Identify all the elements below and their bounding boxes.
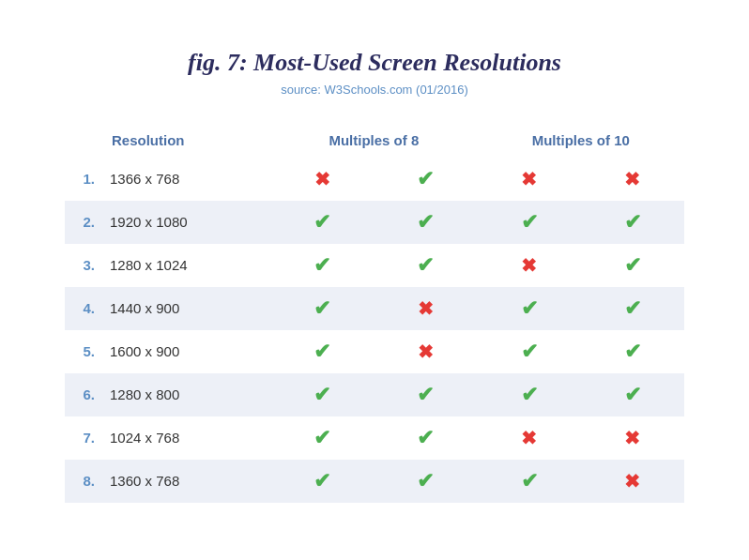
check-icon: ✔	[417, 210, 434, 235]
check-icon: ✔	[417, 469, 434, 493]
mult10-width: ✔	[478, 201, 581, 244]
resolutions-table: Resolution Multiples of 8 Multiples of 1…	[65, 125, 684, 503]
mult8-height: ✔	[374, 158, 477, 201]
cross-icon: ✖	[624, 427, 640, 449]
mult8-width: ✔	[270, 460, 374, 503]
resolution-value: 1440 x 900	[102, 287, 270, 330]
check-icon: ✔	[624, 210, 641, 235]
check-icon: ✔	[521, 383, 538, 407]
header-multiples8: Multiples of 8	[270, 125, 477, 158]
check-icon: ✔	[313, 469, 330, 493]
table-row: 5.1600 x 900✔✖✔✔	[65, 330, 684, 373]
check-icon: ✔	[624, 383, 641, 407]
mult8-width: ✖	[270, 158, 374, 201]
mult10-height: ✔	[581, 330, 684, 373]
check-icon: ✔	[624, 296, 641, 321]
check-icon: ✔	[417, 167, 434, 191]
cross-icon: ✖	[624, 470, 640, 492]
page-title: fig. 7: Most-Used Screen Resolutions	[65, 49, 684, 77]
resolution-value: 1360 x 768	[102, 460, 270, 503]
resolution-value: 1280 x 1024	[102, 244, 270, 287]
mult10-height: ✔	[581, 373, 684, 416]
mult8-width: ✔	[270, 416, 374, 460]
mult10-height: ✖	[581, 416, 684, 460]
cross-icon: ✖	[418, 341, 434, 363]
mult10-height: ✖	[581, 460, 684, 503]
cross-icon: ✖	[624, 168, 640, 190]
mult8-width: ✔	[270, 244, 374, 287]
mult10-width: ✔	[478, 460, 581, 503]
check-icon: ✔	[313, 210, 330, 235]
mult8-width: ✔	[270, 287, 374, 330]
row-number: 1.	[65, 158, 102, 201]
row-number: 8.	[65, 460, 102, 503]
mult8-height: ✔	[374, 416, 477, 460]
row-number: 6.	[65, 373, 102, 416]
mult10-width: ✖	[478, 416, 581, 460]
check-icon: ✔	[313, 253, 330, 278]
mult8-height: ✔	[374, 201, 477, 244]
mult10-height: ✔	[581, 244, 684, 287]
check-icon: ✔	[624, 253, 641, 278]
cross-icon: ✖	[314, 168, 330, 190]
row-number: 5.	[65, 330, 102, 373]
table-row: 3.1280 x 1024✔✔✖✔	[65, 244, 684, 287]
cross-icon: ✖	[521, 254, 537, 277]
mult8-height: ✔	[374, 244, 477, 287]
row-number: 2.	[65, 201, 102, 244]
table-row: 4.1440 x 900✔✖✔✔	[65, 287, 684, 330]
mult10-width: ✔	[478, 330, 581, 373]
table-row: 6.1280 x 800✔✔✔✔	[65, 373, 684, 416]
main-container: fig. 7: Most-Used Screen Resolutions sou…	[37, 30, 712, 531]
row-number: 4.	[65, 287, 102, 330]
mult10-height: ✔	[581, 287, 684, 330]
check-icon: ✔	[313, 426, 330, 450]
row-number: 7.	[65, 416, 102, 460]
cross-icon: ✖	[418, 297, 434, 320]
mult10-height: ✖	[581, 158, 684, 201]
check-icon: ✔	[624, 340, 641, 364]
check-icon: ✔	[417, 426, 434, 450]
mult8-width: ✔	[270, 330, 374, 373]
mult8-width: ✔	[270, 373, 374, 416]
mult8-height: ✖	[374, 287, 477, 330]
resolution-value: 1366 x 768	[102, 158, 270, 201]
cross-icon: ✖	[521, 427, 537, 449]
resolution-value: 1024 x 768	[102, 416, 270, 460]
check-icon: ✔	[417, 383, 434, 407]
check-icon: ✔	[313, 383, 330, 407]
check-icon: ✔	[313, 296, 330, 321]
check-icon: ✔	[313, 340, 330, 364]
mult8-height: ✔	[374, 373, 477, 416]
resolution-value: 1920 x 1080	[102, 201, 270, 244]
check-icon: ✔	[521, 296, 538, 321]
mult10-width: ✖	[478, 158, 581, 201]
table-row: 8.1360 x 768✔✔✔✖	[65, 460, 684, 503]
row-number: 3.	[65, 244, 102, 287]
check-icon: ✔	[521, 340, 538, 364]
table-row: 1.1366 x 768✖✔✖✖	[65, 158, 684, 201]
mult10-width: ✔	[478, 373, 581, 416]
table-row: 2.1920 x 1080✔✔✔✔	[65, 201, 684, 244]
check-icon: ✔	[521, 469, 538, 493]
mult8-width: ✔	[270, 201, 374, 244]
check-icon: ✔	[521, 210, 538, 235]
mult8-height: ✖	[374, 330, 477, 373]
mult10-width: ✖	[478, 244, 581, 287]
mult10-width: ✔	[478, 287, 581, 330]
cross-icon: ✖	[521, 168, 537, 190]
header-resolution: Resolution	[65, 125, 270, 158]
mult10-height: ✔	[581, 201, 684, 244]
page-subtitle: source: W3Schools.com (01/2016)	[65, 83, 684, 97]
mult8-height: ✔	[374, 460, 477, 503]
header-multiples10: Multiples of 10	[478, 125, 684, 158]
resolution-value: 1600 x 900	[102, 330, 270, 373]
table-row: 7.1024 x 768✔✔✖✖	[65, 416, 684, 460]
resolution-value: 1280 x 800	[102, 373, 270, 416]
check-icon: ✔	[417, 253, 434, 278]
